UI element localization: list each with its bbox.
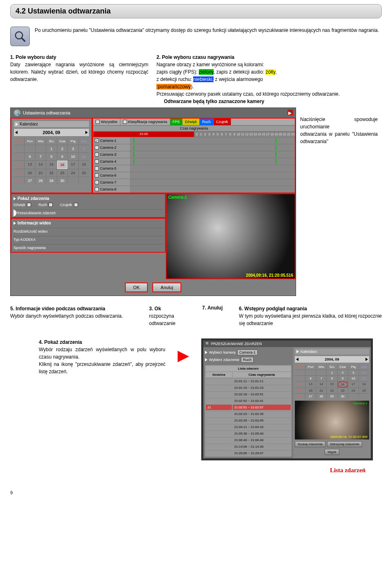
prev-month-icon[interactable]: [296, 358, 298, 361]
list-header: Lista zdarzeń: [206, 366, 291, 371]
note5-title: 5. Informacje video podczas odtwarzania: [10, 305, 141, 312]
info-method: Sposób nagrywania: [13, 244, 163, 250]
tab-aud[interactable]: Dźwięk: [183, 119, 200, 125]
note5-body: Wybór danych wyświetlanych podczas odtwa…: [10, 312, 141, 320]
chk-sensor[interactable]: Czujnik: [60, 203, 78, 207]
magnifier-icon: [10, 27, 30, 46]
magnifier-small-icon: 🔍: [14, 110, 20, 116]
ok-button[interactable]: OK: [125, 283, 148, 292]
ev-cal-month: 2004, 09: [325, 357, 339, 361]
play-button[interactable]: ▶: [287, 110, 293, 115]
calendar-grid[interactable]: NiePonWtoŚroCzwPiąSob1234567891011121314…: [295, 364, 369, 399]
select-event-row[interactable]: Wybierz zdarzenie Ruch: [205, 356, 292, 363]
pokaz-title: Pokaż zdarzenia: [18, 196, 49, 201]
t: ,: [275, 69, 276, 75]
note3-title: 3. Ok: [149, 306, 161, 312]
exit-button[interactable]: Wyjdź: [325, 449, 339, 455]
note2-title: 2. Pole wyboru czasu nagrywania: [156, 54, 382, 61]
next-month-icon[interactable]: [365, 358, 368, 361]
preview-timestamp: 2004,09:16, 21:20:05.516: [246, 273, 293, 278]
select-camera-row[interactable]: Wybierz kamerę Camera-1: [205, 349, 292, 356]
window-titlebar: 🔍 Ustawienia odtwarzania ▶: [11, 108, 296, 118]
video-info-panel: Informacje wideo Rozdzielczość wideo Typ…: [11, 218, 166, 253]
preview-panel: Camera-1 2004,09:16, 21:20:05.516: [166, 193, 296, 279]
col-time: Czas nagrywania: [233, 372, 291, 377]
tab-klas[interactable]: Klasyfikacja nagrywania: [120, 119, 170, 125]
events-search-screenshot: 🔍 PRZESZUKIWANIE ZDARZEŃ Wybierz kamerę …: [201, 339, 373, 460]
page-number: 9: [10, 490, 382, 495]
playback-settings-screenshot: 🔍 Ustawienia odtwarzania ▶ Kalendarz 200…: [10, 108, 296, 296]
tab-all[interactable]: Wszystkie: [93, 119, 120, 125]
note4-body: Wybór rodzaju zdarzeń wyświetlanych w po…: [39, 346, 165, 361]
tab-mot[interactable]: Ruch: [200, 119, 214, 125]
intro-text: Po uruchomieniu panelu "Ustawienia odtwa…: [35, 27, 382, 46]
col-hour: Godzina: [206, 372, 232, 377]
svg-line-1: [22, 38, 25, 42]
note7: 7. Anuluj: [202, 305, 231, 311]
hl-blue: niebieski,: [193, 76, 214, 82]
note1-body: Daty zawierające nagrania wyróżnione są …: [10, 61, 148, 83]
cancel-button[interactable]: Anuluj: [152, 283, 181, 292]
note2-line3: z detekcji ruchu: niebieski, z wejścia a…: [156, 76, 382, 83]
cal-month: 2004, 09: [43, 130, 60, 135]
search-event-button[interactable]: Szukaj zdarzenia: [295, 441, 325, 447]
t: z detekcji ruchu:: [156, 76, 193, 82]
events-filter-panel[interactable]: Pokaż zdarzenia Dźwięk Ruch Czujnik Prze…: [11, 193, 166, 218]
timeline-panel[interactable]: Wszystkie Klasyfikacja nagrywania FPS Dź…: [92, 118, 296, 193]
expand-icon: [16, 123, 18, 126]
ev-preview-ts: 2004,09:16, 21:02:07.009: [330, 435, 368, 439]
cal-title: Kalendarz: [20, 122, 38, 126]
time-marker[interactable]: 21:20: [93, 132, 194, 137]
next-month-icon[interactable]: [85, 131, 88, 134]
note2-line5: Odtwarzane będą tylko zaznaczone kamery: [156, 98, 382, 105]
t: z wejścia alarmowego: [214, 76, 263, 82]
calendar-grid[interactable]: NiePonWtoŚroCzwPiąSob1234567891011121314…: [14, 138, 89, 184]
ev-cal-title: Kalendarz: [301, 350, 317, 354]
info-title: Informacje wideo: [18, 221, 51, 225]
t: ).: [191, 84, 194, 90]
lista-caption: Lista zdarzeń: [10, 467, 365, 474]
events-list-table[interactable]: Lista zdarzeń GodzinaCzas nagrywania 21:…: [205, 365, 292, 457]
t: , zapis z detekcji audio:: [214, 69, 265, 75]
note1-title: 1. Pole wyboru daty: [10, 54, 148, 61]
ev-preview-label: Camera-1: [353, 401, 368, 405]
preview-label: Camera-1: [168, 195, 187, 200]
events-window-title: 🔍 PRZESZUKIWANIE ZDARZEŃ: [203, 341, 371, 347]
tab-fps[interactable]: FPS: [170, 119, 183, 125]
hl-yellow: żółty: [265, 69, 275, 75]
hl-orange: :pomarańczowy: [156, 84, 191, 90]
stop-event-button[interactable]: Zatrzymaj zdarzenie: [327, 441, 362, 447]
side-note: Naciśnięcie spowoduje uruchomianie odtwa…: [300, 108, 378, 296]
note6-body: W tym polu wyświetlana jest pierwsza kla…: [239, 312, 382, 327]
note2-line1: Nagrane obrazy z kamer wyróżnione są kol…: [156, 61, 382, 68]
note2-line2: zapis ciągły (FPS): zielony, zapis z det…: [156, 68, 382, 76]
t: zapis ciągły (FPS):: [156, 69, 198, 75]
prev-month-icon[interactable]: [15, 131, 18, 134]
calendar-panel[interactable]: Kalendarz 2004, 09 NiePonWtoŚroCzwPiąSob…: [11, 118, 92, 193]
svg-point-0: [16, 32, 23, 39]
chk-motion[interactable]: Ruch: [38, 203, 53, 207]
note2-line4: Przesuwając czerwony pasek ustalamy czas…: [156, 90, 382, 98]
note2-line3b: :pomarańczowy).: [156, 83, 382, 90]
info-res: Rozdzielczość wideo: [13, 228, 163, 233]
hl-green: zielony: [199, 69, 214, 75]
note3-body: rozpoczyna odtwarzanie: [149, 313, 176, 326]
red-arrow-icon: [178, 351, 189, 362]
chk-audio[interactable]: Dźwięk: [13, 203, 31, 207]
info-codec: Typ KODEKA: [13, 236, 163, 242]
note4-title: 4. Pokaż zdarzenia: [39, 339, 165, 346]
note6-title: 6. Wstępny podgląd nagrania: [239, 305, 382, 312]
tab-alm[interactable]: Czujnik: [214, 119, 231, 125]
events-preview: Camera-1 2004,09:16, 21:02:07.009: [295, 401, 369, 439]
window-title: Ustawienia odtwarzania: [23, 110, 70, 115]
timeline-label: Czas nagrywania: [93, 125, 295, 132]
section-title: 4.2 Ustawienia odtwarzania: [10, 4, 382, 18]
search-events-link[interactable]: Przeszukiwanie zdarzeń: [13, 209, 163, 215]
note4-body2: Kliknij na ikonę "przeszukiwanie zdarzeń…: [39, 361, 165, 375]
